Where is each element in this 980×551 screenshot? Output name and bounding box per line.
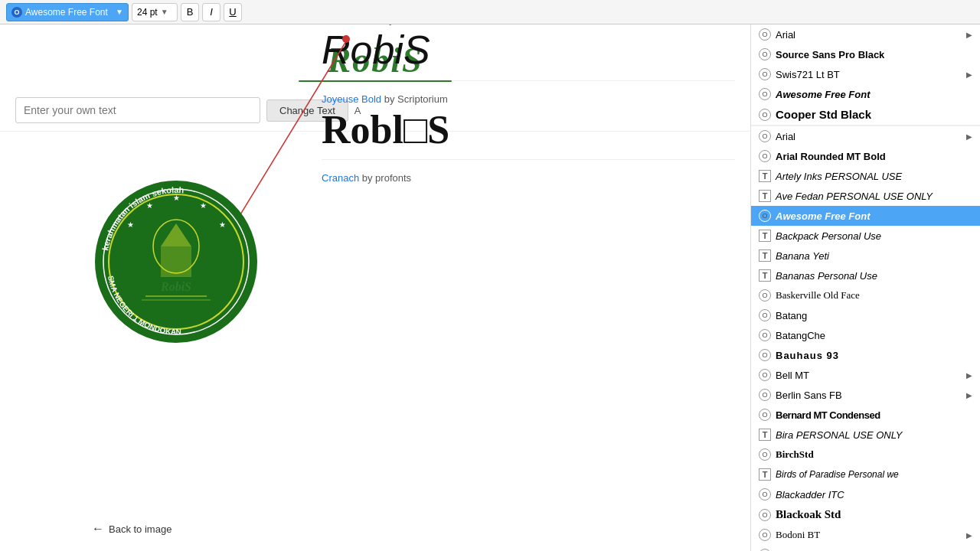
dropdown-item-arial-rounded[interactable]: O Arial Rounded MT Bold xyxy=(751,146,980,166)
font-type-icon: O xyxy=(759,529,771,541)
font-type-icon: O xyxy=(759,409,771,421)
dropdown-item-blackoak[interactable]: O Blackoak Std xyxy=(751,504,980,525)
dropdown-item-label: Swis721 Lt BT xyxy=(776,69,840,80)
dropdown-item-bodoni-bt[interactable]: O Bodoni BT ▶ xyxy=(751,525,980,545)
dropdown-item-batang[interactable]: O Batang xyxy=(751,305,980,325)
dropdown-item-bernard[interactable]: O Bernard MT Condensed xyxy=(751,405,980,425)
dropdown-item-birch[interactable]: O BirchStd xyxy=(751,445,980,465)
left-panel: RobiS Change Text A ★ ★ ★ ★ xyxy=(0,24,750,551)
font-type-icon: O xyxy=(759,448,771,461)
dropdown-item-label: Cooper Std Black xyxy=(776,108,871,121)
dropdown-item-awesome-top[interactable]: O Awesome Free Font xyxy=(751,84,980,104)
dropdown-item-label: Blackadder ITC xyxy=(776,489,844,500)
logo-svg: ★ ★ ★ ★ ★ kerahmatan islam sekolah SMA N… xyxy=(92,178,260,346)
dropdown-item-label: Bauhaus 93 xyxy=(776,350,839,361)
dropdown-item-label: Awesome Free Font xyxy=(776,89,871,100)
underline-button[interactable]: U xyxy=(224,3,242,21)
font-type-icon: O xyxy=(759,109,771,121)
font-entry-4-link[interactable]: Cranach xyxy=(322,172,359,184)
font-entry-3-link[interactable]: Joyeuse Bold xyxy=(322,93,381,105)
dropdown-item-fedan[interactable]: T Ave Fedan PERSONAL USE ONLY xyxy=(751,186,980,206)
dropdown-item-label: Birds of Paradise Personal we xyxy=(776,469,899,480)
dropdown-item-label: Blackoak Std xyxy=(776,508,841,521)
font-entry-4-header: Cranach by profonts xyxy=(322,172,735,184)
font-entry-2-preview: RobiS xyxy=(322,28,735,72)
dropdown-item-label: Source Sans Pro Black xyxy=(776,49,884,60)
svg-text:RobiS: RobiS xyxy=(160,280,191,293)
dropdown-item-bira[interactable]: T Bira PERSONAL USE ONLY xyxy=(751,425,980,445)
font-type-icon: T xyxy=(759,230,771,242)
dropdown-item-label: Baskerville Old Face xyxy=(776,289,860,302)
back-link-label: Back to image xyxy=(109,523,172,535)
dropdown-item-label: Berlin Sans FB xyxy=(776,390,842,401)
font-type-icon: O xyxy=(759,289,771,302)
dropdown-item-awesome-selected[interactable]: O Awesome Free Font xyxy=(751,206,980,226)
font-type-icon: O xyxy=(759,329,771,341)
font-dropdown-panel: O Arial ▶ O Source Sans Pro Black O Swis… xyxy=(750,24,980,551)
font-type-icon: O xyxy=(759,88,771,100)
font-size-selector[interactable]: 24 pt ▼ xyxy=(132,3,178,21)
dropdown-item-bodoni-mt[interactable]: O Bodoni MT ▶ xyxy=(751,545,980,551)
font-type-icon: T xyxy=(759,468,771,481)
font-type-icon: T xyxy=(759,170,771,182)
dropdown-item-baskerville[interactable]: O Baskerville Old Face xyxy=(751,285,980,305)
dropdown-item-label: Batang xyxy=(776,310,807,321)
submenu-arrow-icon: ▶ xyxy=(966,371,972,380)
italic-button[interactable]: I xyxy=(202,3,220,21)
dropdown-item-source-sans[interactable]: O Source Sans Pro Black xyxy=(751,44,980,64)
font-selector-dropdown[interactable]: Awesome Free Font ▼ xyxy=(6,3,129,21)
dropdown-item-label: Bira PERSONAL USE ONLY xyxy=(776,429,902,441)
dropdown-item-label: Bell MT xyxy=(776,370,809,381)
dropdown-item-arial-2[interactable]: O Arial ▶ xyxy=(751,126,980,146)
dropdown-item-birds[interactable]: T Birds of Paradise Personal we xyxy=(751,465,980,484)
submenu-arrow-icon: ▶ xyxy=(966,391,972,399)
dropdown-item-artely[interactable]: T Artely Inks PERSONAL USE xyxy=(751,166,980,186)
font-entry-2-link[interactable]: Morris Gothic xyxy=(322,24,381,25)
dropdown-item-bananas[interactable]: T Bananas Personal Use xyxy=(751,266,980,285)
font-size-value: 24 pt xyxy=(137,7,158,18)
svg-rect-11 xyxy=(161,246,191,277)
font-type-icon: O xyxy=(759,130,771,142)
font-selector-label: Awesome Free Font xyxy=(25,7,113,18)
dropdown-item-backpack[interactable]: T Backpack Personal Use xyxy=(751,226,980,246)
font-entry-3: Joyeuse Bold by Scriptorium Robl□S xyxy=(322,93,735,160)
dropdown-item-banana-yeti[interactable]: T Banana Yeti xyxy=(751,246,980,266)
dropdown-item-label: Arial xyxy=(776,29,795,41)
dropdown-item-batangche[interactable]: O BatangChe xyxy=(751,325,980,345)
dropdown-item-label: Artely Inks PERSONAL USE xyxy=(776,171,902,182)
dropdown-item-label: BatangChe xyxy=(776,330,825,341)
font-type-icon: T xyxy=(759,249,771,262)
dropdown-item-swis[interactable]: O Swis721 Lt BT ▶ xyxy=(751,64,980,84)
back-arrow-icon: ← xyxy=(92,522,104,536)
font-type-icon: O xyxy=(759,509,771,521)
toolbar: Awesome Free Font ▼ 24 pt ▼ B I U xyxy=(0,0,980,24)
font-type-icon: O xyxy=(759,349,771,361)
font-type-icon: T xyxy=(759,269,771,282)
dropdown-item-bauhaus[interactable]: O Bauhaus 93 xyxy=(751,345,980,365)
dropdown-item-berlin[interactable]: O Berlin Sans FB ▶ xyxy=(751,385,980,405)
svg-text:★: ★ xyxy=(173,194,180,202)
dropdown-item-label: Awesome Free Font xyxy=(776,210,871,222)
dropdown-item-bell-mt[interactable]: O Bell MT ▶ xyxy=(751,365,980,385)
dropdown-item-cooper[interactable]: O Cooper Std Black xyxy=(751,104,980,125)
font-type-icon: T xyxy=(759,429,771,441)
svg-text:★: ★ xyxy=(146,201,153,210)
font-type-icon: O xyxy=(759,28,771,41)
text-input-field[interactable] xyxy=(15,97,260,123)
dropdown-item-label: Backpack Personal Use xyxy=(776,230,881,242)
dropdown-item-blackadder[interactable]: O Blackadder ITC xyxy=(751,484,980,504)
main-container: RobiS Change Text A ★ ★ ★ ★ xyxy=(0,24,980,551)
bold-button[interactable]: B xyxy=(181,3,199,21)
back-to-image-link[interactable]: ← Back to image xyxy=(92,522,172,536)
dropdown-item-label: BirchStd xyxy=(776,448,814,461)
font-type-icon: O xyxy=(759,309,771,321)
font-type-icon: O xyxy=(759,210,771,222)
dropdown-item-label: Banana Yeti xyxy=(776,250,829,262)
dropdown-item-arial-1[interactable]: O Arial ▶ xyxy=(751,24,980,44)
font-type-icon: O xyxy=(759,389,771,401)
font-type-icon: O xyxy=(759,150,771,162)
font-selector-arrow-icon: ▼ xyxy=(116,8,123,16)
font-icon xyxy=(11,7,22,18)
preview-underline xyxy=(299,80,452,82)
font-type-icon: O xyxy=(759,48,771,60)
